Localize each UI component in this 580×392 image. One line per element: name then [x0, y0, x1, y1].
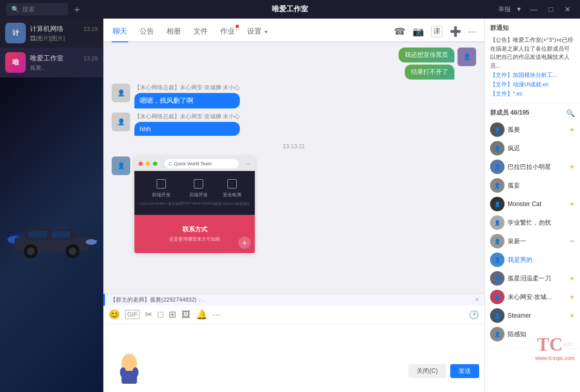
more-toolbar-icon[interactable]: ··· — [212, 309, 220, 320]
chevron-down-icon[interactable]: ▼ — [516, 6, 522, 13]
screenshot-message: 👤 C Quick World Team ··· — [112, 156, 476, 253]
member-star-icon[interactable]: ★ — [569, 293, 575, 301]
file-icon[interactable]: □ — [158, 309, 163, 320]
member-item[interactable]: 👤疯迟 — [490, 139, 575, 158]
message-left-2: 👤 【末心网络总裁】末心网安·攻城狮·末小心 hhh — [112, 113, 421, 136]
service-desc-frontend: CSS+H5+PHPC+复杂地理 — [140, 201, 182, 207]
contact-item-computer-network[interactable]: 计 计算机网络 13:19 🖼[图片][图片] — [0, 19, 103, 48]
browser-bar: C Quick World Team ··· — [134, 156, 255, 171]
member-avatar: 👤 — [490, 253, 505, 267]
chat-toolbar: 😊 GIF ✂ □ ⊞ 🖼 🔔 ··· 🕐 — [103, 306, 484, 324]
left-avatar-2: 👤 — [112, 113, 130, 131]
member-edit-icon[interactable]: ✏ — [570, 238, 575, 245]
member-star-icon[interactable]: ★ — [569, 275, 575, 282]
member-item[interactable]: 👤巴拉巴拉小明星★ — [490, 158, 575, 176]
screenshot-red-section: 联系方式 还是要用哪里来方可知晓 — [134, 215, 255, 253]
tab-settings[interactable]: 设置 ▾ — [246, 22, 268, 42]
more-icon[interactable]: ··· — [468, 26, 476, 37]
contact-section-desc: 还是要用哪里来方可知晓 — [145, 236, 245, 243]
bubble-cant-open: 结果打不开了 — [405, 65, 454, 80]
screenshot-container[interactable]: C Quick World Team ··· 前端开发 CSS+H5+PHPC+… — [134, 156, 255, 253]
member-name: Steamer — [508, 312, 566, 319]
member-name: 陌感知 — [508, 330, 575, 339]
contact-item-studio[interactable]: 唯 唯爱工作室 13:29 孤獒.. — [0, 48, 103, 77]
search-placeholder: 搜索 — [22, 5, 35, 14]
tab-file[interactable]: 文件 — [192, 22, 209, 42]
member-avatar: 👤 — [490, 160, 505, 174]
report-label[interactable]: 举报 — [498, 5, 511, 14]
tab-homework-badge: · — [236, 25, 239, 28]
member-item[interactable]: 👤Steamer★ — [490, 306, 575, 325]
msg-content-1: 【末心网络总裁】末心网安·攻城狮·末小心 嗯嗯，残风删了啊 — [134, 84, 240, 108]
add-contact-icon[interactable]: ＋ — [72, 3, 82, 15]
quote-text: 【群主的老师】孤獒(2292744832)：. — [110, 296, 204, 304]
file-link-1[interactable]: 【文件】加国模块分析工... — [490, 71, 575, 79]
member-item[interactable]: 👤孤妄 — [490, 176, 575, 195]
character-svg — [109, 353, 150, 389]
cut-icon[interactable]: ✂ — [145, 309, 152, 320]
browser-url: C Quick World Team — [164, 159, 239, 168]
clock-icon[interactable]: 🕐 — [469, 310, 479, 320]
gif-icon[interactable]: GIF — [125, 310, 140, 319]
service-backend: 后端开发 PHP+Java+NodeJs — [182, 179, 214, 207]
search-box[interactable]: 🔍 搜索 — [6, 3, 68, 15]
maximize-button[interactable]: □ — [546, 4, 556, 14]
emoji-icon[interactable]: 😊 — [109, 309, 120, 320]
member-item[interactable]: 👤陌感知 — [490, 325, 575, 343]
browser-dot-green — [153, 162, 157, 166]
video-icon[interactable]: 📷 — [413, 26, 424, 37]
bell-icon[interactable]: 🔔 — [196, 309, 207, 320]
send-message-button[interactable]: 发送 — [450, 364, 479, 378]
chat-screenshot[interactable]: C Quick World Team ··· 前端开发 CSS+H5+PHPC+… — [134, 156, 255, 253]
browser-icon: C — [169, 161, 172, 166]
send-buttons: 关闭(C) 发送 — [408, 364, 479, 378]
member-count: 群成员 46/195 — [490, 108, 529, 117]
announcement-text: 【公告】唯爱工作室(+°3°)+ε已经在搞老之家人拉了各位群成员可以把自己的作品… — [490, 36, 575, 70]
service-label-frontend: 前端开发 — [152, 192, 171, 198]
member-search-icon[interactable]: 🔍 — [566, 109, 575, 117]
tab-notice[interactable]: 公告 — [139, 22, 155, 42]
member-item[interactable]: 👤末心网安·攻城...★ — [490, 288, 575, 306]
svg-point-9 — [69, 247, 76, 255]
search-icon: 🔍 — [11, 6, 19, 13]
grid-icon[interactable]: ⊞ — [169, 309, 176, 320]
screen-share-icon[interactable]: 课 — [431, 26, 442, 37]
message-right-1: 我还想宣传黑页 结果打不开了 👤 — [399, 48, 476, 80]
member-star-icon[interactable]: ★ — [569, 126, 575, 133]
member-star-icon[interactable]: ★ — [569, 200, 575, 208]
contact-avatar-2: 唯 — [5, 52, 26, 73]
service-desc-security: 渗透+DDoS+渗透测试 — [214, 201, 250, 207]
member-item[interactable]: 👤Monster Cat★ — [490, 195, 575, 213]
text-input[interactable] — [103, 324, 484, 350]
member-name: 疯迟 — [508, 144, 575, 153]
title-bar-left: 🔍 搜索 ＋ — [6, 3, 82, 15]
file-link-2[interactable]: 【文件】动漫UI成就.ec — [490, 81, 575, 88]
add-icon[interactable]: ➕ — [450, 26, 461, 37]
tab-homework[interactable]: 作业 · — [219, 22, 236, 42]
chat-send-area: 关闭(C) 发送 — [103, 350, 484, 392]
member-item[interactable]: 👤泉新一✏ — [490, 232, 575, 250]
announcement-title: 群通知 — [490, 24, 575, 33]
member-item[interactable]: 👤孤獒★ — [490, 120, 575, 139]
screenshot-sender-avatar: 👤 — [112, 156, 130, 175]
member-item[interactable]: 👤我是男的 — [490, 250, 575, 269]
member-item[interactable]: 👤孤星泪温柔一刀★ — [490, 269, 575, 288]
quote-close-icon[interactable]: ✕ — [475, 296, 479, 303]
file-link-3[interactable]: 【文件】*.ec — [490, 90, 575, 98]
close-chat-button[interactable]: 关闭(C) — [408, 364, 446, 378]
member-star-icon[interactable]: ★ — [569, 312, 575, 319]
image-icon[interactable]: 🖼 — [181, 309, 191, 320]
screenshot-add-button[interactable]: ＋ — [238, 237, 251, 249]
tab-chat[interactable]: 聊天 — [112, 22, 128, 42]
chat-input-area: 【群主的老师】孤獒(2292744832)：. ✕ 😊 GIF ✂ □ ⊞ 🖼 … — [103, 293, 484, 392]
member-name: 泉新一 — [508, 237, 567, 246]
service-frontend: 前端开发 CSS+H5+PHPC+复杂地理 — [140, 179, 182, 207]
tab-album[interactable]: 相册 — [165, 22, 182, 42]
phone-icon[interactable]: ☎ — [394, 26, 405, 37]
minimize-button[interactable]: — — [527, 4, 541, 14]
right-bubbles-group: 我还想宣传黑页 结果打不开了 — [399, 48, 454, 80]
member-star-icon[interactable]: ★ — [569, 163, 575, 170]
member-avatar: 👤 — [490, 290, 505, 304]
member-item[interactable]: 👤学业繁忙，勿扰 — [490, 213, 575, 232]
close-button[interactable]: ✕ — [561, 4, 574, 14]
